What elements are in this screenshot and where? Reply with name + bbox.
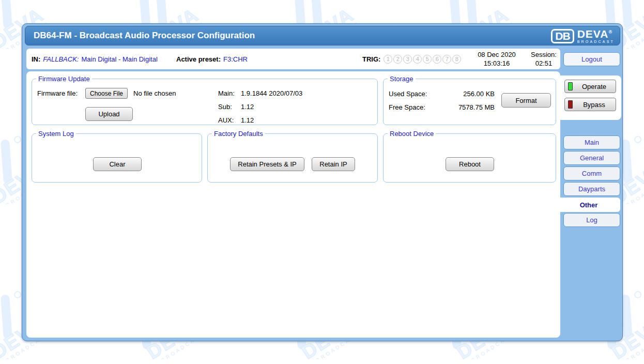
status-bar: IN: FALLBACK: Main Digital - Main Digita… xyxy=(26,49,560,69)
deva-watermark: DEVABROADCAST xyxy=(186,359,305,364)
storage-legend: Storage xyxy=(388,75,416,83)
trig-indicator-1: 1 xyxy=(384,55,392,64)
reboot-device-legend: Reboot Device xyxy=(388,130,436,138)
format-button[interactable]: Format xyxy=(501,93,551,108)
firmware-update-section: Firmware Update Firmware file: Choose Fi… xyxy=(32,75,378,125)
used-space-label: Used Space: xyxy=(389,90,446,98)
input-value: Main Digital - Main Digital xyxy=(81,55,157,63)
in-label: IN: xyxy=(32,55,40,63)
free-space-row: Free Space: 7578.75 MB xyxy=(389,103,495,111)
firmware-update-legend: Firmware Update xyxy=(36,75,92,83)
fallback-label: FALLBACK: xyxy=(43,55,79,63)
broadcast-wordmark: BROADCAST xyxy=(577,40,615,43)
preset-value: F3:CHR xyxy=(223,55,248,63)
sidebar-item-other[interactable]: Other xyxy=(557,198,620,212)
datetime-display: 08 Dec 2020 15:03:16 xyxy=(467,49,527,69)
firmware-file-label: Firmware file: xyxy=(37,89,78,97)
preset-label: Active preset: xyxy=(176,55,221,63)
page-title: DB64-FM - Broadcast Audio Processor Conf… xyxy=(25,31,255,41)
version-row-aux: AUX: 1.12 xyxy=(218,116,254,124)
trig-indicator-8: 8 xyxy=(452,55,461,64)
reboot-device-section: Reboot Device Reboot xyxy=(383,130,556,183)
retain-presets-ip-button[interactable]: Retain Presets & IP xyxy=(230,157,304,171)
session-value: 02:51 xyxy=(535,59,553,68)
main-version-label: Main: xyxy=(218,89,241,97)
retain-ip-button[interactable]: Retain IP xyxy=(312,157,355,171)
trig-indicator-4: 4 xyxy=(413,55,422,64)
session-label: Session: xyxy=(531,50,557,59)
sidebar-item-main[interactable]: Main xyxy=(563,135,620,149)
sub-version-value: 1.12 xyxy=(241,103,254,111)
operate-button[interactable]: Operate xyxy=(564,80,616,93)
time-value: 15:03:16 xyxy=(484,59,510,68)
input-status: IN: FALLBACK: Main Digital - Main Digita… xyxy=(32,49,158,69)
deva-watermark: DEVABROADCAST xyxy=(496,359,615,364)
factory-defaults-section: Factory Defaults Retain Presets & IP Ret… xyxy=(207,130,378,183)
sidebar-item-log[interactable]: Log xyxy=(563,213,620,227)
sidebar-item-general[interactable]: General xyxy=(563,151,620,165)
system-log-legend: System Log xyxy=(36,130,76,138)
sidebar-item-comm[interactable]: Comm xyxy=(563,166,620,180)
active-preset: Active preset: F3:CHR xyxy=(176,49,248,69)
choose-file-button[interactable]: Choose File xyxy=(85,88,128,99)
clear-log-button[interactable]: Clear xyxy=(93,157,142,171)
used-space-row: Used Space: 256.00 KB xyxy=(389,90,495,98)
aux-version-value: 1.12 xyxy=(241,116,254,124)
trig-indicator-5: 5 xyxy=(423,55,432,64)
free-space-label: Free Space: xyxy=(389,103,446,111)
free-space-value: 7578.75 MB xyxy=(446,103,495,111)
date-value: 08 Dec 2020 xyxy=(478,50,516,59)
trig-indicator-6: 6 xyxy=(433,55,441,64)
reboot-button[interactable]: Reboot xyxy=(446,157,494,171)
logout-button[interactable]: Logout xyxy=(563,52,620,66)
svg-text:BROADCAST: BROADCAST xyxy=(625,331,644,359)
trig-indicator-7: 7 xyxy=(442,55,451,64)
deva-db-mark-icon: DB xyxy=(551,29,574,43)
sidebar-item-dayparts[interactable]: Dayparts xyxy=(563,182,620,196)
version-row-main: Main: 1.9.1844 2020/07/03 xyxy=(218,89,302,97)
main-content-panel: Firmware Update Firmware file: Choose Fi… xyxy=(26,71,560,338)
no-file-chosen-text: No file chosen xyxy=(133,89,176,97)
trig-indicator-2: 2 xyxy=(393,55,402,64)
upload-button[interactable]: Upload xyxy=(85,107,133,121)
sub-version-label: Sub: xyxy=(218,103,241,111)
session-display: Session: 02:51 xyxy=(529,49,559,69)
window-titlebar: DB64-FM - Broadcast Audio Processor Conf… xyxy=(25,26,620,46)
system-log-section: System Log Clear xyxy=(32,130,202,183)
trigger-indicators: TRIG: 1 2 3 4 5 6 7 8 xyxy=(362,49,461,69)
bypass-led-icon xyxy=(568,100,573,109)
used-space-value: 256.00 KB xyxy=(446,90,495,98)
svg-text:BROADCAST: BROADCAST xyxy=(625,176,644,204)
operate-led-icon xyxy=(568,82,573,90)
bypass-button[interactable]: Bypass xyxy=(564,98,616,111)
deva-wordmark: DEVA® xyxy=(577,28,615,39)
deva-watermark: DEVABROADCAST xyxy=(31,359,150,364)
svg-text:BROADCAST: BROADCAST xyxy=(625,21,644,49)
aux-version-label: AUX: xyxy=(218,116,241,124)
deva-logo: DB DEVA® BROADCAST xyxy=(551,28,615,43)
factory-defaults-legend: Factory Defaults xyxy=(212,130,265,138)
operate-bypass-panel: Operate Bypass xyxy=(557,75,621,120)
deva-watermark: DEVABROADCAST xyxy=(341,359,460,364)
storage-section: Storage Used Space: 256.00 KB Free Space… xyxy=(383,75,556,125)
app-window: DB64-FM - Broadcast Audio Processor Conf… xyxy=(22,23,623,341)
trig-indicator-3: 3 xyxy=(403,55,412,64)
version-row-sub: Sub: 1.12 xyxy=(218,103,254,111)
registered-mark: ® xyxy=(608,29,612,35)
trig-label: TRIG: xyxy=(362,55,380,63)
main-version-value: 1.9.1844 2020/07/03 xyxy=(241,89,302,97)
